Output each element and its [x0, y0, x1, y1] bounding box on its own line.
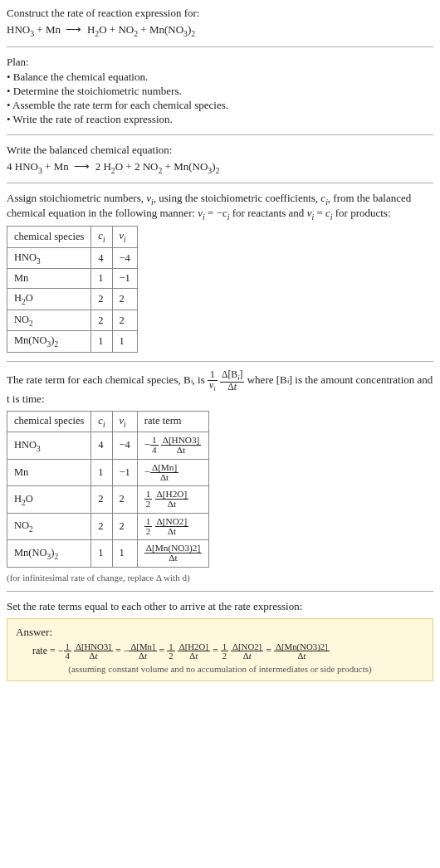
- answer-note: (assuming constant volume and no accumul…: [16, 664, 424, 674]
- intro-title: Construct the rate of reaction expressio…: [7, 7, 433, 20]
- table-row: Mn 1 −1 −Δ[Mn]Δt: [7, 459, 209, 486]
- cell-species: Mn(NO3)2: [7, 540, 91, 568]
- plan-section: Plan: • Balance the chemical equation. •…: [7, 56, 433, 126]
- col-c: ci: [91, 227, 112, 248]
- cell-v: −1: [112, 269, 137, 289]
- plan-item: • Determine the stoichiometric numbers.: [7, 85, 433, 98]
- divider: [7, 46, 433, 47]
- cell-v: 2: [112, 513, 137, 540]
- cell-species: Mn(NO3)2: [7, 331, 91, 353]
- cell-v: 1: [112, 540, 137, 568]
- final-title: Set the rate terms equal to each other t…: [7, 600, 433, 613]
- cell-c: 1: [91, 540, 112, 568]
- balanced-section: Write the balanced chemical equation: 4 …: [7, 144, 433, 175]
- col-v: νi: [112, 227, 137, 248]
- cell-rate: −14 Δ[HNO3]Δt: [137, 432, 208, 460]
- table-row: H2O22: [7, 289, 138, 310]
- rate-intro-a: The rate term for each chemical species,…: [7, 373, 208, 386]
- cell-species: Mn: [7, 459, 91, 486]
- divider: [7, 361, 433, 362]
- table-row: Mn(NO3)211: [7, 331, 138, 353]
- cell-c: 4: [91, 432, 112, 460]
- table-row: NO222: [7, 310, 138, 331]
- rate-intro: The rate term for each chemical species,…: [7, 370, 433, 406]
- table-row: Mn(NO3)2 1 1 Δ[Mn(NO3)2]Δt: [7, 540, 209, 568]
- cell-rate: Δ[Mn(NO3)2]Δt: [137, 540, 208, 568]
- answer-equation: rate = −14 Δ[HNO3]Δt = −Δ[Mn]Δt = 12 Δ[H…: [32, 642, 424, 661]
- cell-c: 1: [91, 459, 112, 486]
- final-section: Set the rate terms equal to each other t…: [7, 600, 433, 682]
- cell-rate: 12 Δ[NO2]Δt: [137, 513, 208, 540]
- cell-v: −4: [112, 247, 137, 269]
- rate-section: The rate term for each chemical species,…: [7, 370, 433, 583]
- table-header-row: chemical species ci νi: [7, 227, 138, 248]
- balanced-title: Write the balanced chemical equation:: [7, 144, 433, 157]
- cell-v: 1: [112, 331, 137, 353]
- table-row: NO2 2 2 12 Δ[NO2]Δt: [7, 513, 209, 540]
- rate-footnote: (for infinitesimal rate of change, repla…: [7, 573, 433, 583]
- cell-c: 1: [91, 269, 112, 289]
- plan-title: Plan:: [7, 56, 433, 69]
- cell-species: NO2: [7, 310, 91, 331]
- cell-c: 2: [91, 486, 112, 514]
- rate-frac-coef: 1νi: [208, 370, 218, 393]
- cell-rate: −Δ[Mn]Δt: [137, 459, 208, 486]
- table-row: HNO34−4: [7, 247, 138, 269]
- cell-rate: 12 Δ[H2O]Δt: [137, 486, 208, 514]
- cell-species: HNO3: [7, 247, 91, 269]
- cell-v: −4: [112, 432, 137, 460]
- plan-list: • Balance the chemical equation. • Deter…: [7, 71, 433, 126]
- answer-label: Answer:: [16, 626, 424, 639]
- rate-frac-main: Δ[Bi]Δt: [220, 370, 245, 393]
- col-v: νi: [112, 411, 137, 432]
- table-row: H2O 2 2 12 Δ[H2O]Δt: [7, 486, 209, 514]
- col-rate: rate term: [137, 411, 208, 432]
- cell-species: NO2: [7, 513, 91, 540]
- plan-item: • Assemble the rate term for each chemic…: [7, 99, 433, 112]
- cell-c: 4: [91, 247, 112, 269]
- cell-species: H2O: [7, 486, 91, 514]
- answer-box: Answer: rate = −14 Δ[HNO3]Δt = −Δ[Mn]Δt …: [7, 618, 433, 682]
- cell-species: Mn: [7, 269, 91, 289]
- balanced-equation: 4 HNO3 + Mn ⟶ 2 H2O + 2 NO2 + Mn(NO3)2: [7, 160, 433, 175]
- divider: [7, 134, 433, 135]
- stoich-table: chemical species ci νi HNO34−4 Mn1−1 H2O…: [7, 226, 138, 353]
- cell-species: HNO3: [7, 432, 91, 460]
- intro-equation: HNO3 + Mn ⟶ H2O + NO2 + Mn(NO3)2: [7, 23, 433, 38]
- col-c: ci: [91, 411, 112, 432]
- cell-c: 2: [91, 513, 112, 540]
- divider: [7, 183, 433, 183]
- cell-c: 1: [91, 331, 112, 353]
- table-row: HNO3 4 −4 −14 Δ[HNO3]Δt: [7, 432, 209, 460]
- cell-v: 2: [112, 310, 137, 331]
- cell-species: H2O: [7, 289, 91, 310]
- cell-v: 2: [112, 289, 137, 310]
- cell-c: 2: [91, 289, 112, 310]
- cell-c: 2: [91, 310, 112, 331]
- col-species: chemical species: [7, 411, 91, 432]
- divider: [7, 591, 433, 592]
- intro-section: Construct the rate of reaction expressio…: [7, 7, 433, 38]
- stoich-intro: Assign stoichiometric numbers, νi, using…: [7, 192, 433, 221]
- plan-item: • Balance the chemical equation.: [7, 71, 433, 84]
- stoich-section: Assign stoichiometric numbers, νi, using…: [7, 192, 433, 353]
- cell-v: −1: [112, 459, 137, 486]
- plan-item: • Write the rate of reaction expression.: [7, 113, 433, 126]
- cell-v: 2: [112, 486, 137, 514]
- table-row: Mn1−1: [7, 269, 138, 289]
- table-header-row: chemical species ci νi rate term: [7, 411, 209, 432]
- rate-table: chemical species ci νi rate term HNO3 4 …: [7, 411, 209, 568]
- col-species: chemical species: [7, 227, 91, 248]
